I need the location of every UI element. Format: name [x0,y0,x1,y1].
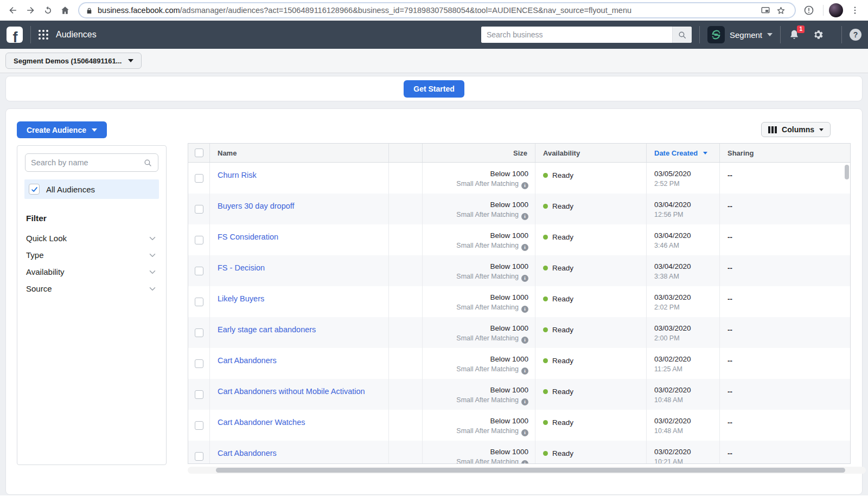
info-icon[interactable]: i [521,460,528,465]
chevron-down-icon [148,284,157,294]
info-icon[interactable]: i [521,367,528,375]
media-controls-icon[interactable] [758,3,773,18]
header-size[interactable]: Size [423,144,535,162]
row-checkbox[interactable] [195,452,203,461]
filter-sidebar: All Audiences Filter Quick Look Type Ava… [17,145,167,465]
status-dot [543,451,548,456]
status-dot [543,420,548,425]
horizontal-scrollbar-track[interactable] [188,467,866,474]
status-dot [543,173,548,178]
filter-item-quick-look[interactable]: Quick Look [17,230,166,247]
browser-toolbar: business.facebook.com/adsmanager/audienc… [0,0,868,21]
reload-icon[interactable] [39,2,56,19]
blank-cell [389,286,423,317]
status-dot [543,204,548,209]
chevron-down-icon [92,128,97,132]
header-name[interactable]: Name [210,144,389,162]
help-button[interactable]: ? [850,29,861,41]
create-audience-button[interactable]: Create Audience [17,121,107,138]
availability-cell: Ready [535,224,647,255]
info-icon[interactable]: i [521,275,528,282]
question-mark-icon: ? [853,30,858,39]
ad-account-selector[interactable]: Segment Demos (15064891161... [5,53,142,69]
row-checkbox[interactable] [195,298,203,306]
audience-name-link[interactable]: FS - Decision [218,263,265,272]
business-switcher[interactable]: Segment [707,26,773,43]
table-row: Cart Abandoners without Mobile Activatio… [188,379,850,410]
browser-menu-icon[interactable] [846,2,864,19]
bookmark-star-icon[interactable] [773,3,788,18]
audience-name-link[interactable]: Cart Abandoners [218,356,277,365]
settings-button[interactable] [812,29,824,41]
check-icon [30,185,39,194]
table-header: Name Size Availability Date Created Shar… [188,144,850,163]
sharing-cell: -- [720,379,850,410]
filter-item-type[interactable]: Type [17,247,166,263]
address-bar[interactable]: business.facebook.com/adsmanager/audienc… [78,2,796,18]
status-dot [543,266,548,270]
header-availability[interactable]: Availability [535,144,647,162]
row-checkbox[interactable] [195,174,203,183]
info-icon[interactable]: i [521,398,528,405]
columns-icon [768,126,777,133]
facebook-logo[interactable]: f [7,27,23,43]
status-dot [543,296,548,301]
sharing-cell: -- [720,410,850,441]
row-checkbox[interactable] [195,359,203,368]
audience-name-link[interactable]: Cart Abandoner Watches [218,418,305,427]
header-date-created[interactable]: Date Created [647,144,720,162]
profile-avatar[interactable] [829,3,843,17]
vertical-scrollbar[interactable] [845,165,849,179]
audience-name-link[interactable]: Cart Abandoners [218,449,277,457]
extension-icon[interactable] [800,2,818,19]
notifications-button[interactable]: 1 [788,29,800,41]
blank-cell [389,163,423,194]
all-audiences-checkbox[interactable] [29,184,40,195]
info-icon[interactable]: i [521,306,528,313]
date-created-cell: 03/02/2020 10:48 AM [647,410,720,441]
apps-grid-icon[interactable] [39,30,48,40]
divider [841,26,842,43]
info-icon[interactable]: i [521,337,528,344]
row-checkbox[interactable] [195,267,203,275]
divider [30,26,31,43]
home-icon[interactable] [56,2,74,19]
audience-name-link[interactable]: FS Consideration [218,233,278,241]
audience-name-link[interactable]: Early stage cart abandoners [218,325,316,334]
search-by-name-input[interactable] [31,158,143,167]
row-checkbox[interactable] [195,390,203,399]
row-checkbox[interactable] [195,421,203,430]
info-icon[interactable]: i [521,429,528,436]
audience-name-link[interactable]: Churn Risk [218,171,257,179]
back-icon[interactable] [4,2,22,19]
bottom-strip [0,495,868,503]
blank-cell [389,224,423,255]
audience-name-link[interactable]: Likely Buyers [218,294,264,303]
business-search-input[interactable] [481,27,672,43]
filter-item-source[interactable]: Source [17,280,166,297]
chevron-down-icon [819,128,824,131]
filter-item-availability[interactable]: Availability [17,263,166,280]
get-started-button[interactable]: Get Started [404,80,464,98]
row-checkbox[interactable] [195,205,203,214]
sort-caret-icon [703,152,707,154]
header-sharing[interactable]: Sharing [720,144,850,162]
search-icon[interactable] [672,27,692,43]
info-icon[interactable]: i [521,213,528,220]
all-audiences-label: All Audiences [46,185,95,194]
columns-button[interactable]: Columns [761,122,831,137]
audience-name-link[interactable]: Buyers 30 day dropoff [218,202,295,210]
table-row: Churn Risk Below 1000 Small After Matchi… [188,163,850,194]
select-all-checkbox[interactable] [195,149,203,157]
info-icon[interactable]: i [521,182,528,189]
size-cell: Below 1000 Small After Matchingi [423,441,535,464]
all-audiences-toggle[interactable]: All Audiences [24,179,159,199]
row-checkbox[interactable] [195,236,203,244]
row-checkbox[interactable] [195,328,203,337]
forward-icon[interactable] [22,2,39,19]
audience-name-link[interactable]: Cart Abandoners without Mobile Activatio… [218,387,365,396]
size-cell: Below 1000 Small After Matchingi [423,317,535,348]
url-host: business.facebook.com [98,6,180,15]
info-icon[interactable]: i [521,244,528,251]
horizontal-scrollbar-thumb[interactable] [216,468,845,473]
